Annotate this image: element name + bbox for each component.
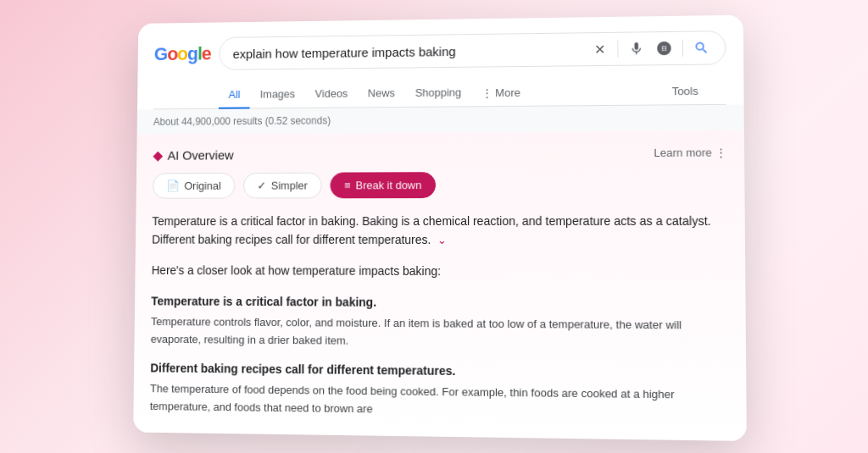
tab-news[interactable]: News xyxy=(358,80,405,108)
ai-content: Temperature is a critical factor in baki… xyxy=(150,212,729,423)
icon-divider xyxy=(617,41,618,58)
more-label: More xyxy=(495,86,520,99)
clear-icon[interactable]: ✕ xyxy=(590,40,609,58)
pill-simpler[interactable]: ✓ Simpler xyxy=(243,173,322,199)
drop-arrow-icon[interactable]: ⌄ xyxy=(437,235,447,247)
browser-card: Google explain how temperature impacts b… xyxy=(133,15,747,441)
pill-original[interactable]: 📄 Original xyxy=(153,173,235,199)
intro-paragraph: Temperature is a critical factor in baki… xyxy=(152,212,727,251)
more-dots-icon: ⋮ xyxy=(481,86,492,99)
search-bar-row: Google explain how temperature impacts b… xyxy=(154,30,726,71)
search-input-wrapper[interactable]: explain how temperature impacts baking ✕ xyxy=(219,30,726,70)
pill-break-it-down[interactable]: ≡ Break it down xyxy=(330,172,436,198)
simpler-label: Simpler xyxy=(271,180,308,192)
lens-icon[interactable] xyxy=(654,39,674,58)
ai-overview-label: AI Overview xyxy=(168,148,234,163)
break-label: Break it down xyxy=(355,179,421,191)
logo-o1: o xyxy=(167,44,177,64)
simpler-icon: ✓ xyxy=(257,180,266,192)
pill-buttons-row: 📄 Original ✓ Simpler ≡ Break it down xyxy=(153,171,727,199)
closer-look-heading: Here's a closer look at how temperature … xyxy=(152,262,728,283)
tools-button[interactable]: Tools xyxy=(661,77,709,104)
section1-body: Temperature controls flavor, color, and … xyxy=(151,313,728,353)
intro-text: Temperature is a critical factor in baki… xyxy=(152,214,711,247)
microphone-icon[interactable] xyxy=(627,40,647,58)
results-count: About 44,900,000 results (0.52 seconds) xyxy=(137,105,744,135)
search-query-text: explain how temperature impacts baking xyxy=(233,42,583,61)
search-bar-area: Google explain how temperature impacts b… xyxy=(137,15,744,110)
logo-g2: g xyxy=(187,43,198,64)
tab-videos[interactable]: Videos xyxy=(305,80,358,108)
search-submit-icon[interactable] xyxy=(692,39,711,58)
learn-more-label: Learn more xyxy=(654,146,712,160)
section2-body: The temperature of food depends on the f… xyxy=(150,380,729,423)
search-icons: ✕ xyxy=(590,39,711,59)
logo-e: e xyxy=(202,43,211,64)
ai-spark-icon: ◆ xyxy=(153,147,163,163)
ai-overview-section: ◆ AI Overview Learn more ⋮ 📄 Original ✓ … xyxy=(133,130,747,440)
learn-more-more-icon: ⋮ xyxy=(715,146,727,159)
nav-tabs: All Images Videos News Shopping ⋮ More T… xyxy=(153,70,726,110)
more-tabs-button[interactable]: ⋮ More xyxy=(471,80,531,106)
original-label: Original xyxy=(184,180,220,192)
section1-title: Temperature is a critical factor in baki… xyxy=(151,291,728,313)
section2-title: Different baking recipes call for differ… xyxy=(150,358,728,383)
break-icon: ≡ xyxy=(344,180,351,192)
learn-more-row[interactable]: Learn more ⋮ xyxy=(654,146,726,160)
logo-g: G xyxy=(154,44,168,64)
ai-overview-header: ◆ AI Overview Learn more ⋮ xyxy=(153,145,726,163)
original-icon: 📄 xyxy=(166,180,180,192)
google-logo: Google xyxy=(154,43,211,65)
tab-images[interactable]: Images xyxy=(250,81,305,109)
ai-overview-title: ◆ AI Overview xyxy=(153,147,233,163)
tab-all[interactable]: All xyxy=(219,81,250,109)
icon-divider2 xyxy=(682,40,683,57)
tab-shopping[interactable]: Shopping xyxy=(405,80,472,108)
logo-o2: o xyxy=(177,43,187,64)
